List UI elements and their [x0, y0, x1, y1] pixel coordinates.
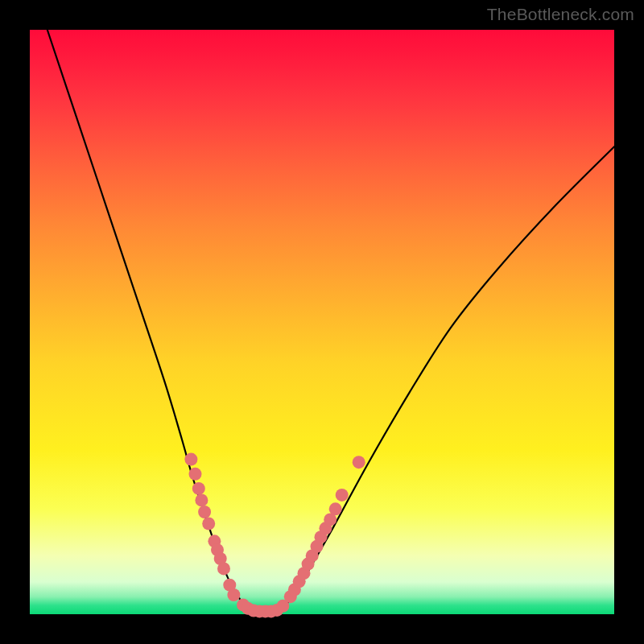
data-marker — [353, 456, 365, 469]
data-marker — [336, 489, 349, 502]
data-marker — [227, 588, 240, 601]
chart-frame: TheBottleneck.com — [0, 0, 644, 644]
data-marker — [192, 482, 205, 495]
data-marker — [202, 518, 215, 530]
data-marker — [195, 493, 208, 506]
data-marker — [217, 562, 230, 575]
data-marker — [189, 468, 202, 481]
curve-layer — [30, 30, 614, 614]
data-marker — [329, 502, 342, 515]
data-marker — [198, 506, 211, 518]
data-marker — [184, 453, 197, 466]
watermark-text: TheBottleneck.com — [487, 5, 634, 24]
